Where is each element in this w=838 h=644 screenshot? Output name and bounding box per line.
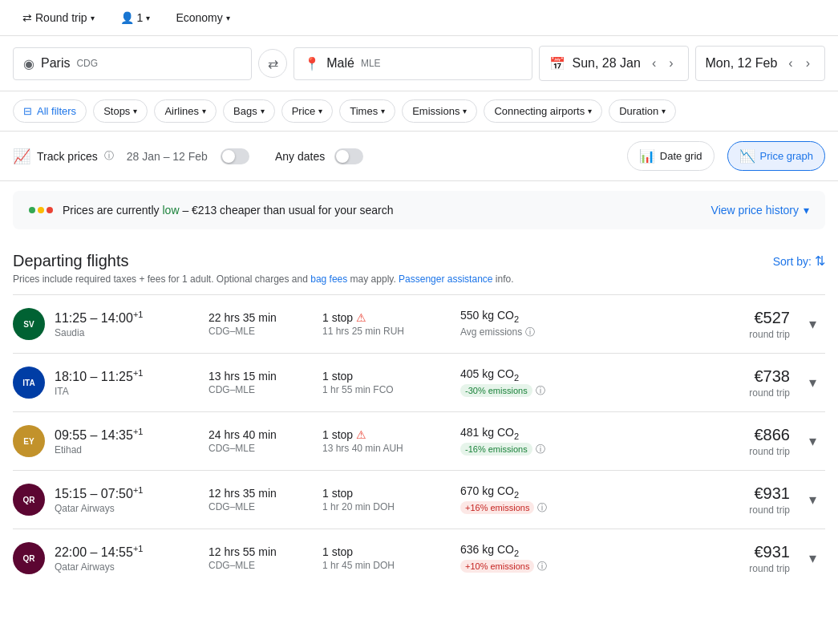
passenger-assistance-link[interactable]: Passenger assistance (399, 273, 492, 285)
price-label: round trip (710, 329, 790, 340)
swap-button[interactable]: ⇄ (258, 49, 287, 78)
stops-chevron-icon: ▾ (133, 107, 137, 115)
warning-icon: ⚠ (356, 428, 366, 441)
airlines-filter-label: Airlines (164, 105, 199, 117)
co2-subscript: 2 (514, 314, 519, 324)
flight-time-text: 18:10 – 11:25+1 (55, 368, 199, 384)
expand-flight-button[interactable]: ▾ (800, 315, 825, 333)
flights-section: Departing flights Sort by: ⇅ Prices incl… (0, 239, 838, 587)
destination-field[interactable]: 📍 Malé MLE (294, 47, 532, 80)
sort-button[interactable]: Sort by: ⇅ (773, 253, 825, 269)
price-label: round trip (710, 387, 790, 399)
airline-logo: ITA (13, 367, 45, 399)
return-date-text: Mon, 12 Feb (706, 56, 778, 71)
expand-flight-button[interactable]: ▾ (800, 432, 825, 450)
emissions-label: -16% emissions ⓘ (460, 443, 589, 456)
layover-text: 1 hr 45 min DOH (322, 560, 451, 571)
flight-time-text: 15:15 – 07:50+1 (55, 485, 199, 501)
co2-text: 405 kg CO2 (460, 367, 589, 383)
price-graph-button[interactable]: 📉 Price graph (727, 141, 825, 171)
airline-logo: EY (13, 425, 45, 457)
flight-row[interactable]: QR 22:00 – 14:55+1 Qatar Airways 12 hrs … (13, 529, 825, 587)
route-text: CDG–MLE (208, 443, 313, 454)
price-amount: €931 (710, 543, 790, 561)
emissions-filter-button[interactable]: Emissions ▾ (402, 99, 477, 123)
depart-date-prev-button[interactable]: ‹ (647, 55, 661, 72)
emissions-label: -30% emissions ⓘ (460, 384, 589, 398)
stops-filter-button[interactable]: Stops ▾ (93, 99, 148, 123)
emissions-chevron-icon: ▾ (463, 107, 467, 115)
emissions-badge: -16% emissions (460, 443, 532, 456)
passengers-button[interactable]: 👤 1 ▾ (111, 6, 160, 29)
expand-flight-button[interactable]: ▾ (800, 374, 825, 391)
price-banner-text: Prices are currently low – €213 cheaper … (63, 204, 711, 217)
emissions-info-icon[interactable]: ⓘ (525, 326, 535, 339)
price-indicator-dots (29, 207, 53, 213)
location-pin-icon: 📍 (304, 56, 320, 71)
return-date-field[interactable]: Mon, 12 Feb ‹ › (695, 46, 825, 81)
date-grid-button[interactable]: 📊 Date grid (627, 141, 715, 171)
price-filter-button[interactable]: Price ▾ (281, 99, 334, 123)
all-filters-button[interactable]: ⊟ All filters (13, 99, 87, 123)
bags-filter-label: Bags (233, 105, 257, 117)
flight-row[interactable]: EY 09:55 – 14:35+1 Etihad 24 hrs 40 min … (13, 411, 825, 470)
any-dates-toggle[interactable] (334, 148, 363, 164)
flight-times: 18:10 – 11:25+1 ITA (55, 368, 199, 397)
flight-row[interactable]: ITA 18:10 – 11:25+1 ITA 13 hrs 15 min CD… (13, 353, 825, 411)
flight-duration: 24 hrs 40 min CDG–MLE (208, 428, 313, 454)
trip-type-button[interactable]: ⇄ Round trip ▾ (13, 6, 104, 29)
emissions-label: +10% emissions ⓘ (460, 560, 589, 573)
flight-row[interactable]: QR 15:15 – 07:50+1 Qatar Airways 12 hrs … (13, 470, 825, 529)
duration-chevron-icon: ▾ (662, 107, 666, 115)
bags-filter-button[interactable]: Bags ▾ (223, 99, 275, 123)
trending-up-icon: 📈 (13, 148, 30, 165)
track-left: 📈 Track prices ⓘ 28 Jan – 12 Feb Any dat… (13, 148, 363, 165)
track-info-icon[interactable]: ⓘ (104, 149, 114, 163)
price-text-before: Prices are currently (63, 204, 162, 217)
connecting-airports-label: Connecting airports (494, 105, 585, 117)
flight-stops: 1 stop 1 hr 20 min DOH (322, 487, 451, 512)
emissions-info-icon[interactable]: ⓘ (536, 384, 545, 398)
expand-flight-button[interactable]: ▾ (800, 549, 825, 567)
flight-row[interactable]: SV 11:25 – 14:00+1 Saudia 22 hrs 35 min … (13, 294, 825, 353)
view-price-history-button[interactable]: View price history ▾ (711, 204, 809, 217)
flight-emissions: 636 kg CO2 +10% emissions ⓘ (460, 543, 589, 573)
emissions-info-icon[interactable]: ⓘ (537, 501, 547, 515)
airline-logo: QR (13, 484, 45, 516)
flight-stops: 1 stop 1 hr 55 min FCO (322, 370, 451, 395)
dot-red (47, 207, 53, 213)
airline-logo: QR (13, 542, 45, 574)
times-filter-button[interactable]: Times ▾ (339, 99, 395, 123)
origin-field[interactable]: ◉ Paris CDG (13, 47, 252, 80)
depart-date-next-button[interactable]: › (664, 55, 678, 72)
bag-fees-link[interactable]: bag fees (310, 273, 347, 285)
flight-price: €866 round trip (710, 426, 790, 457)
co2-text: 636 kg CO2 (460, 543, 589, 558)
flight-time-text: 22:00 – 14:55+1 (55, 544, 199, 560)
track-prices-label: Track prices (37, 150, 98, 163)
track-prices-toggle[interactable] (221, 148, 249, 164)
return-date-next-button[interactable]: › (801, 55, 815, 72)
emissions-info-icon[interactable]: ⓘ (536, 443, 545, 456)
expand-flight-button[interactable]: ▾ (800, 491, 825, 508)
airlines-filter-button[interactable]: Airlines ▾ (154, 99, 217, 123)
duration-filter-button[interactable]: Duration ▾ (609, 99, 676, 123)
flight-emissions: 481 kg CO2 -16% emissions ⓘ (460, 426, 589, 456)
price-amount: €738 (710, 367, 790, 386)
connecting-airports-filter-button[interactable]: Connecting airports ▾ (484, 99, 602, 123)
class-button[interactable]: Economy ▾ (166, 6, 239, 29)
times-filter-label: Times (350, 105, 378, 117)
connecting-airports-chevron-icon: ▾ (588, 107, 592, 115)
any-dates-toggle-knob (336, 150, 349, 163)
flight-duration: 22 hrs 35 min CDG–MLE (208, 311, 313, 337)
emissions-badge: +10% emissions (460, 560, 534, 573)
fees-note2: may apply. (347, 273, 399, 285)
flight-stops: 1 stop ⚠ 13 hrs 40 min AUH (322, 428, 451, 454)
airline-name: ITA (55, 386, 199, 397)
price-amount: €527 (710, 309, 790, 327)
return-date-prev-button[interactable]: ‹ (783, 55, 797, 72)
emissions-info-icon[interactable]: ⓘ (537, 560, 547, 573)
depart-date-field[interactable]: 📅 Sun, 28 Jan ‹ › (539, 46, 688, 81)
stops-filter-label: Stops (103, 105, 130, 117)
co2-subscript: 2 (514, 490, 519, 500)
